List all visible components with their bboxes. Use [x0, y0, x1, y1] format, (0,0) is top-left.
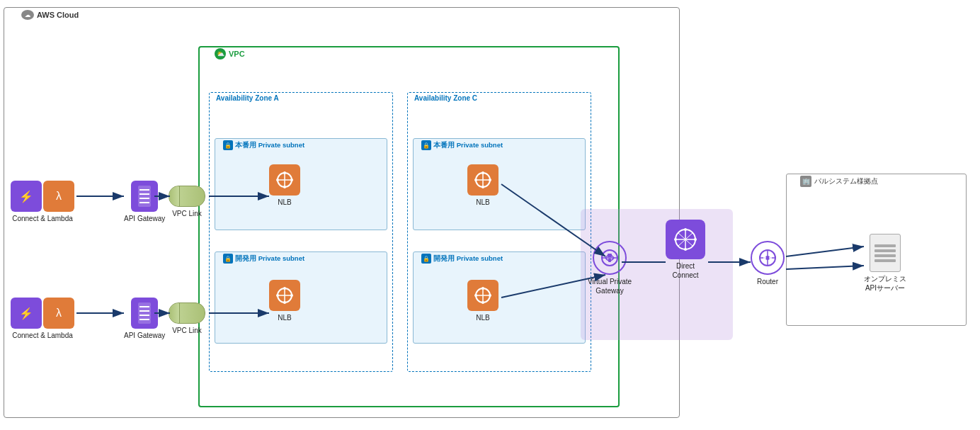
- svg-point-21: [482, 186, 484, 188]
- nlb-bot-a: NLB: [269, 280, 300, 322]
- svg-point-37: [489, 294, 491, 297]
- vpc-link-bottom: VPC Link: [169, 302, 205, 335]
- lock-icon-4: 🔒: [421, 254, 431, 264]
- vpc-link-top-label: VPC Link: [172, 209, 202, 218]
- subnet-label-kaihatsu-c: 🔒 開発用 Private subnet: [421, 254, 503, 264]
- connect-lambda-top: ⚡ λ Connect & Lambda: [11, 181, 74, 223]
- svg-point-15: [276, 179, 279, 181]
- connect-icon-bottom: ⚡: [11, 298, 42, 329]
- subnet-honban-a: [215, 138, 387, 230]
- vpc-link-shape-bottom: [169, 302, 205, 324]
- vpc-link-shape-top: [169, 186, 205, 207]
- nlb-bot-a-label: NLB: [278, 313, 291, 322]
- lock-icon-3: 🔒: [223, 254, 233, 264]
- svg-point-14: [283, 186, 286, 188]
- nlb-top-c: NLB: [467, 164, 498, 207]
- subnet-label-honban-c: 🔒 本番用 Private subnet: [421, 140, 503, 150]
- svg-point-34: [482, 287, 484, 290]
- svg-point-30: [290, 294, 293, 297]
- subnet-label-kaihatsu-a: 🔒 開発用 Private subnet: [223, 254, 304, 264]
- nlb-icon-bot-c: [467, 280, 498, 311]
- aws-cloud-label: ☁ AWS Cloud: [21, 10, 79, 20]
- svg-point-36: [474, 294, 477, 297]
- svg-point-23: [489, 179, 491, 181]
- lock-icon-1: 🔒: [223, 140, 233, 150]
- subnet-honban-c: [413, 138, 586, 230]
- svg-point-29: [276, 294, 279, 297]
- vpc-link-bottom-label: VPC Link: [172, 326, 202, 335]
- building-icon: 🏢: [800, 176, 811, 187]
- connect-lambda-top-label: Connect & Lambda: [12, 214, 73, 223]
- svg-rect-40: [608, 254, 612, 257]
- nlb-bot-c: NLB: [467, 280, 498, 322]
- connect-lambda-bottom: ⚡ λ Connect & Lambda: [11, 298, 74, 340]
- dc-label: DirectConnect: [672, 261, 698, 280]
- vpc-label: ⛅ VPC: [215, 48, 245, 60]
- nlb-icon-top-c: [467, 164, 498, 196]
- nlb-top-c-label: NLB: [476, 198, 489, 207]
- onprem-server: オンプレミスAPIサーバー: [864, 234, 906, 293]
- svg-point-47: [684, 228, 687, 231]
- svg-point-50: [694, 238, 697, 241]
- vpg-circle-icon: [593, 241, 627, 275]
- connect-lambda-top-icons: ⚡ λ: [11, 181, 74, 212]
- subnet-kaihatsu-a: [215, 251, 387, 344]
- api-gw-icon-bottom: [131, 298, 158, 329]
- diagram-container: ☁ AWS Cloud ⛅ VPC Availability Zone A Av…: [0, 0, 980, 430]
- api-gateway-top: API Gateway: [124, 181, 165, 223]
- svg-point-35: [482, 301, 484, 304]
- router-label: Router: [757, 277, 778, 286]
- az-label-c: Availability Zone C: [414, 94, 477, 102]
- az-label-a: Availability Zone A: [216, 94, 279, 102]
- nlb-icon-top-a: [269, 164, 300, 196]
- vpc-link-top: VPC Link: [169, 186, 205, 218]
- router-circle-icon: [751, 241, 785, 275]
- onprem-server-label: オンプレミスAPIサーバー: [864, 274, 906, 293]
- aws-cloud-icon: ☁: [21, 10, 34, 20]
- direct-connect-icon: DirectConnect: [666, 220, 705, 280]
- vpg-label: Virtual PrivateGateway: [588, 277, 632, 295]
- connect-icon-top: ⚡: [11, 181, 42, 212]
- svg-point-48: [684, 248, 687, 251]
- router-icon: Router: [751, 241, 785, 286]
- connect-lambda-bottom-label: Connect & Lambda: [12, 331, 73, 340]
- nlb-icon-bot-a: [269, 280, 300, 311]
- api-gw-icon-top: [131, 181, 158, 212]
- nlb-top-a: NLB: [269, 164, 300, 207]
- dc-box-icon: [666, 220, 705, 259]
- vpc-cloud-icon: ⛅: [215, 48, 226, 60]
- svg-rect-0: [138, 186, 151, 207]
- api-gateway-bottom-label: API Gateway: [124, 331, 165, 340]
- lambda-icon-top: λ: [43, 181, 74, 212]
- svg-point-22: [474, 179, 477, 181]
- lock-icon-2: 🔒: [421, 140, 431, 150]
- svg-point-16: [290, 179, 293, 181]
- svg-point-13: [283, 171, 286, 174]
- server-box-icon: [870, 234, 901, 272]
- vpg-icon: Virtual PrivateGateway: [588, 241, 632, 295]
- svg-point-49: [674, 238, 677, 241]
- lambda-icon-bottom: λ: [43, 298, 74, 329]
- subnet-kaihatsu-c: [413, 251, 586, 344]
- svg-point-20: [482, 171, 484, 174]
- svg-point-27: [283, 287, 286, 290]
- onprem-label-container: 🏢 パルシステム様拠点: [800, 176, 878, 187]
- api-gateway-top-label: API Gateway: [124, 214, 165, 223]
- svg-point-28: [283, 301, 286, 304]
- connect-lambda-bottom-icons: ⚡ λ: [11, 298, 74, 329]
- nlb-bot-c-label: NLB: [476, 313, 489, 322]
- subnet-label-honban-a: 🔒 本番用 Private subnet: [223, 140, 304, 150]
- svg-rect-41: [608, 259, 611, 262]
- svg-rect-5: [138, 302, 151, 324]
- nlb-top-a-label: NLB: [278, 198, 291, 207]
- api-gateway-bottom: API Gateway: [124, 298, 165, 340]
